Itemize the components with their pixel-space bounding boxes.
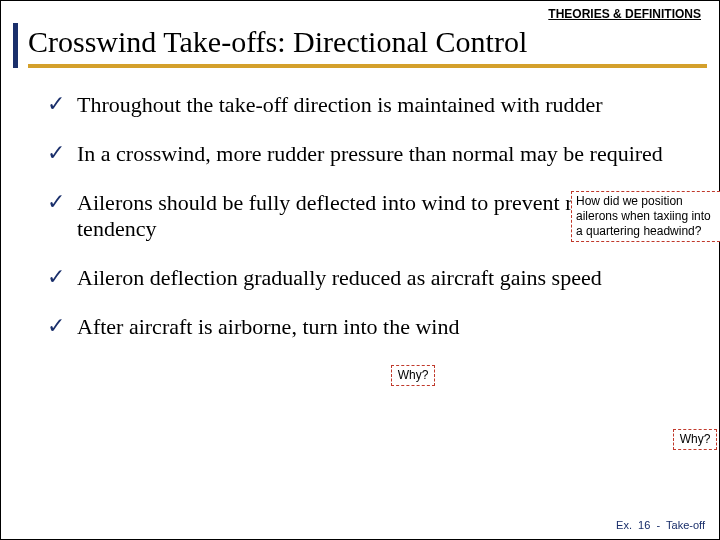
- check-icon: ✓: [47, 190, 77, 214]
- check-icon: ✓: [47, 314, 77, 338]
- bullet-text: Aileron deflection gradually reduced as …: [77, 265, 687, 292]
- footer-sep: -: [656, 519, 660, 531]
- check-icon: ✓: [47, 265, 77, 289]
- list-item: ✓ After aircraft is airborne, turn into …: [47, 314, 687, 341]
- title-container: Crosswind Take-offs: Directional Control: [13, 23, 707, 68]
- list-item: ✓ Aileron deflection gradually reduced a…: [47, 265, 687, 292]
- callout-box: Why?: [391, 365, 435, 386]
- bullet-text: Throughout the take-off direction is mai…: [77, 92, 687, 119]
- footer-page: 16: [638, 519, 650, 531]
- bullet-text: After aircraft is airborne, turn into th…: [77, 314, 687, 341]
- footer-prefix: Ex.: [616, 519, 632, 531]
- callout-box: Why?: [673, 429, 717, 450]
- check-icon: ✓: [47, 92, 77, 116]
- section-label: THEORIES & DEFINITIONS: [13, 7, 707, 21]
- footer-topic: Take-off: [666, 519, 705, 531]
- footer: Ex. 16 - Take-off: [616, 519, 705, 531]
- slide-frame: THEORIES & DEFINITIONS Crosswind Take-of…: [0, 0, 720, 540]
- list-item: ✓ Throughout the take-off direction is m…: [47, 92, 687, 119]
- callout-box: How did we position ailerons when taxiin…: [571, 191, 720, 242]
- bullet-text: In a crosswind, more rudder pressure tha…: [77, 141, 687, 168]
- slide-title: Crosswind Take-offs: Directional Control: [28, 23, 707, 68]
- check-icon: ✓: [47, 141, 77, 165]
- list-item: ✓ In a crosswind, more rudder pressure t…: [47, 141, 687, 168]
